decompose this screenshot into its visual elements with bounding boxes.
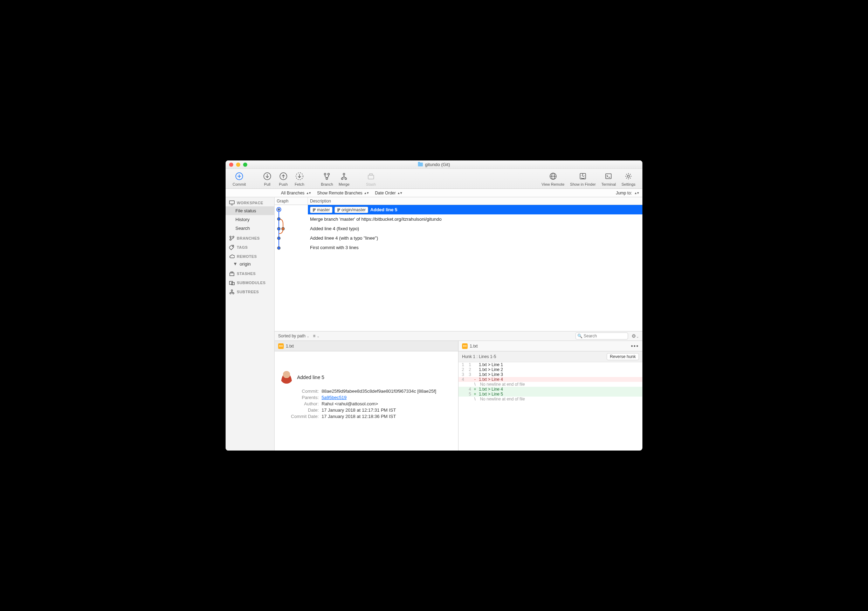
svg-point-35 (230, 293, 231, 294)
zoom-window-button[interactable] (243, 163, 247, 167)
svg-point-45 (313, 208, 314, 209)
svg-point-27 (232, 236, 234, 237)
title-text: gitundo (Git) (425, 162, 450, 167)
diff-line[interactable]: 4-1.txt > Line 4 (459, 377, 642, 382)
tag-icon (229, 245, 235, 250)
column-graph[interactable]: Graph (274, 197, 308, 205)
svg-point-28 (230, 239, 231, 240)
sidebar-section-subtrees[interactable]: SUBTREES (226, 286, 274, 295)
file-list-tab[interactable]: ••• 1.txt (274, 341, 459, 351)
sidebar: WORKSPACE File status History Search BRA… (226, 197, 274, 451)
show-in-finder-button[interactable]: Show in Finder (567, 171, 598, 186)
branch-tag[interactable]: origin/master (335, 207, 368, 213)
sidebar-section-branches[interactable]: BRANCHES (226, 233, 274, 242)
commit-columns-header: Graph Description (274, 197, 642, 205)
commit-message-text: Added line 5 (370, 207, 397, 212)
titlebar: gitundo (Git) (226, 160, 642, 169)
pull-button[interactable]: Pull (259, 171, 275, 186)
terminal-button[interactable]: Terminal (598, 171, 619, 186)
commit-row[interactable]: Added linee 4 (with a typo "linee") (308, 233, 642, 243)
diff-line[interactable]: \ No newline at end of file (459, 382, 642, 387)
order-select[interactable]: Date Order▲▼ (375, 191, 402, 195)
svg-point-10 (328, 174, 330, 175)
sidebar-section-stashes[interactable]: STASHES (226, 268, 274, 277)
diff-line[interactable]: 4+1.txt > Line 4 (459, 387, 642, 392)
hunk-header: Hunk 1 : Lines 1-5 Reverse hunk (459, 351, 642, 362)
svg-point-49 (339, 208, 340, 209)
commit-message-text: Added line 4 (fixed typo) (310, 226, 359, 231)
svg-point-23 (627, 175, 629, 177)
commit-message-text: Merge branch 'master' of https://bitbuck… (310, 217, 442, 222)
svg-rect-30 (230, 273, 234, 276)
author-avatar (280, 371, 293, 384)
subtree-icon (229, 289, 235, 295)
svg-point-42 (282, 227, 284, 230)
diff-settings-button[interactable]: ⚙⌄ (632, 333, 639, 339)
list-view-toggle[interactable]: ≡ ⌄ (313, 333, 319, 338)
sidebar-section-tags[interactable]: TAGS (226, 242, 274, 251)
commit-list: masterorigin/masterAdded line 5Merge bra… (274, 205, 642, 331)
svg-point-46 (315, 208, 316, 209)
svg-point-39 (278, 209, 280, 211)
sidebar-item-search[interactable]: Search (226, 224, 274, 233)
sidebar-section-workspace[interactable]: WORKSPACE (226, 197, 274, 206)
branch-button[interactable]: Branch (318, 171, 336, 186)
window-controls (229, 163, 247, 167)
sidebar-remote-origin[interactable]: ▶ origin (226, 260, 274, 268)
svg-point-12 (341, 178, 343, 180)
diff-line[interactable]: 33 1.txt > Line 3 (459, 372, 642, 377)
diff-line[interactable]: 22 1.txt > Line 2 (459, 367, 642, 372)
svg-point-44 (277, 247, 280, 250)
parent-commit-link[interactable]: 5a95bec519 (322, 395, 347, 400)
svg-point-34 (231, 290, 232, 291)
stash-icon (229, 271, 235, 276)
stash-button[interactable]: Stash (363, 171, 379, 186)
svg-point-26 (230, 236, 231, 237)
svg-rect-32 (229, 281, 232, 284)
diff-line[interactable]: 11 1.txt > Line 1 (459, 362, 642, 367)
remote-branches-select[interactable]: Show Remote Branches▲▼ (317, 191, 369, 195)
settings-button[interactable]: Settings (618, 171, 638, 186)
commit-row[interactable]: First commit with 3 lines (308, 243, 642, 252)
diff-line[interactable]: \ No newline at end of file (459, 397, 642, 402)
column-description[interactable]: Description (308, 197, 642, 205)
svg-point-29 (232, 246, 233, 247)
submodule-icon (229, 280, 235, 285)
diff-pane: Hunk 1 : Lines 1-5 Reverse hunk 11 1.txt… (459, 351, 642, 451)
minimize-window-button[interactable] (236, 163, 240, 167)
branch-tag[interactable]: master (310, 207, 332, 213)
jump-to-select[interactable]: Jump to:▲▼ (616, 191, 639, 195)
commit-row[interactable]: Merge branch 'master' of https://bitbuck… (308, 214, 642, 224)
close-window-button[interactable] (229, 163, 233, 167)
commit-button[interactable]: Commit (230, 171, 249, 186)
merge-button[interactable]: Merge (336, 171, 352, 186)
file-search: 🔍 (575, 332, 628, 340)
svg-rect-24 (229, 201, 234, 204)
sidebar-section-submodules[interactable]: SUBMODULES (226, 277, 274, 286)
file-actions-button[interactable]: ••• (631, 343, 639, 349)
svg-point-41 (277, 227, 280, 230)
fetch-button[interactable]: Fetch (291, 171, 308, 186)
file-search-input[interactable] (575, 332, 628, 340)
view-remote-button[interactable]: View Remote (539, 171, 567, 186)
sidebar-section-remotes[interactable]: REMOTES (226, 251, 274, 260)
commit-message-text: Added linee 4 (with a typo "linee") (310, 236, 378, 241)
window-title: gitundo (Git) (418, 162, 450, 167)
folder-icon (418, 163, 423, 166)
push-button[interactable]: Push (275, 171, 291, 186)
svg-rect-21 (606, 174, 611, 179)
sort-by-path-select[interactable]: Sorted by path ⌄ (278, 333, 309, 338)
author-date: 17 January 2018 at 12:17:31 PM IST (322, 408, 396, 413)
reverse-hunk-button[interactable]: Reverse hunk (607, 353, 639, 360)
commit-row[interactable]: Added line 4 (fixed typo) (308, 224, 642, 233)
branch-filter-select[interactable]: All Branches▲▼ (281, 191, 311, 195)
commit-author: Rahul <rahul@attosol.com> (322, 401, 378, 406)
diff-line[interactable]: 5+1.txt > Line 5 (459, 392, 642, 397)
commit-date: 17 January 2018 at 12:18:36 PM IST (322, 414, 396, 419)
commit-row[interactable]: masterorigin/masterAdded line 5 (308, 205, 642, 214)
sidebar-item-history[interactable]: History (226, 215, 274, 224)
svg-point-36 (232, 293, 234, 294)
svg-point-13 (345, 178, 347, 180)
main-area: Graph Description (274, 197, 642, 451)
sidebar-item-file-status[interactable]: File status (226, 206, 274, 215)
